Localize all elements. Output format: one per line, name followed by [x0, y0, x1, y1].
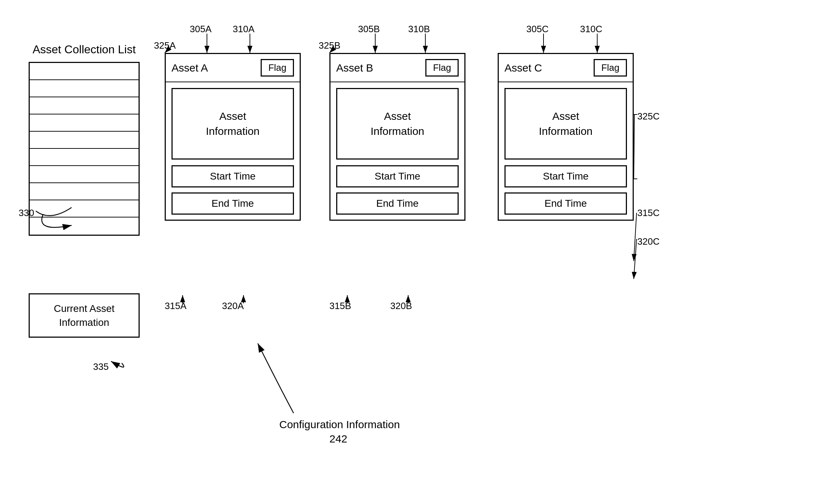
asset-b-info-text: AssetInformation — [371, 109, 424, 139]
asset-b-info-box: AssetInformation — [336, 88, 459, 160]
asset-a-info-box: AssetInformation — [172, 88, 294, 160]
asset-a-name: Asset A — [172, 62, 256, 74]
asset-a-end-time: End Time — [172, 192, 294, 215]
asset-a-info-text: AssetInformation — [206, 109, 260, 139]
config-info-text: Configuration Information — [279, 419, 400, 431]
list-item — [30, 183, 139, 200]
config-info-label: 242 — [329, 433, 347, 445]
asset-a-header: Asset A Flag — [166, 54, 300, 82]
label-315b: 315B — [329, 300, 351, 312]
asset-collection-title: Asset Collection List — [29, 43, 140, 56]
label-305a: 305A — [190, 24, 212, 35]
asset-collection-section: Asset Collection List — [29, 43, 140, 236]
list-item — [30, 63, 139, 80]
label-310b: 310B — [408, 24, 430, 35]
label-335: 335 — [93, 361, 108, 372]
list-item — [30, 200, 139, 217]
list-item — [30, 80, 139, 97]
asset-card-c: Asset C Flag AssetInformation Start Time… — [498, 53, 634, 221]
current-asset-info-box: Current AssetInformation — [29, 293, 140, 338]
asset-c-header: Asset C Flag — [499, 54, 633, 82]
label-310c: 310C — [580, 24, 602, 35]
list-item — [30, 149, 139, 166]
asset-c-start-time: Start Time — [504, 165, 627, 187]
asset-c-end-time: End Time — [504, 192, 627, 215]
diagram-container: Asset Collection List 330 Current AssetI… — [0, 0, 826, 504]
asset-a-flag: Flag — [261, 59, 294, 77]
asset-c-name: Asset C — [504, 62, 589, 74]
list-item — [30, 114, 139, 132]
list-item — [30, 97, 139, 114]
asset-card-a: Asset A Flag AssetInformation Start Time… — [165, 53, 301, 221]
list-item — [30, 217, 139, 235]
label-310a: 310A — [233, 24, 255, 35]
asset-b-header: Asset B Flag — [330, 54, 464, 82]
current-asset-text: Current AssetInformation — [35, 302, 133, 329]
asset-b-start-time: Start Time — [336, 165, 459, 187]
asset-card-b: Asset B Flag AssetInformation Start Time… — [329, 53, 465, 221]
asset-b-flag: Flag — [425, 59, 459, 77]
label-320a: 320A — [222, 300, 244, 312]
list-item — [30, 132, 139, 149]
label-325b: 325B — [319, 40, 340, 51]
asset-c-info-text: AssetInformation — [539, 109, 593, 139]
label-305b: 305B — [358, 24, 380, 35]
label-325a: 325A — [154, 40, 176, 51]
list-item — [30, 166, 139, 183]
asset-collection-list-box — [29, 62, 140, 236]
asset-c-info-box: AssetInformation — [504, 88, 627, 160]
label-315a: 315A — [165, 300, 187, 312]
label-330: 330 — [19, 207, 34, 219]
asset-a-start-time: Start Time — [172, 165, 294, 187]
label-325c: 325C — [637, 111, 660, 122]
label-315c: 315C — [637, 207, 660, 219]
asset-b-end-time: End Time — [336, 192, 459, 215]
label-320c: 320C — [637, 236, 660, 247]
asset-c-flag: Flag — [594, 59, 627, 77]
label-305c: 305C — [526, 24, 549, 35]
asset-b-name: Asset B — [336, 62, 420, 74]
label-320b: 320B — [390, 300, 412, 312]
